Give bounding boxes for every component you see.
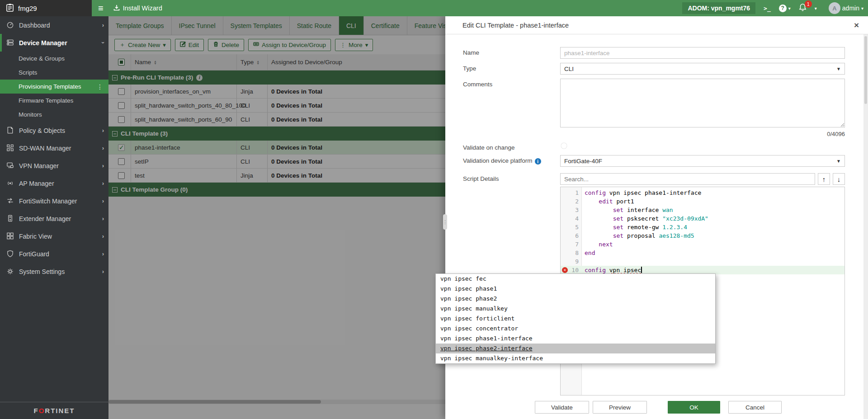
token — [585, 232, 613, 239]
autocomplete-item[interactable]: vpn ipsec phase2-interface — [436, 344, 715, 353]
ok-button[interactable]: OK — [668, 401, 720, 414]
sidebar-item-dashboard[interactable]: Dashboard› — [0, 16, 108, 34]
sidebar-item-vpn-manager[interactable]: VPN Manager› — [0, 157, 108, 174]
line-number: 5 — [561, 223, 581, 231]
scrollbar-thumb[interactable] — [864, 36, 867, 104]
sidebar-item-label: Extender Manager — [19, 215, 97, 222]
autocomplete-item[interactable]: vpn ipsec fec — [436, 274, 715, 284]
download-icon — [113, 5, 120, 12]
install-wizard-label: Install Wizard — [123, 5, 162, 12]
sidebar-item-ap-manager[interactable]: AP Manager› — [0, 174, 108, 192]
kw: config — [585, 267, 606, 273]
drawer-scrollbar[interactable] — [863, 34, 868, 419]
type-row: Type CLI▼ — [463, 63, 845, 75]
sidebar-item-fortiswitch-manager[interactable]: FortiSwitch Manager› — [0, 192, 108, 210]
chevron-down-icon: ▼ — [836, 159, 841, 164]
kw: next — [599, 241, 613, 248]
close-icon[interactable]: × — [854, 20, 859, 30]
clipboard-icon — [6, 4, 14, 13]
arrow-up-icon: ↑ — [822, 175, 826, 183]
line-number: 9 — [561, 257, 581, 266]
app-logo[interactable]: fmg29 — [0, 0, 92, 16]
kw: end — [585, 250, 595, 256]
sidebar-item-provisioning-templates[interactable]: Provisioning Templates⋮ — [0, 80, 108, 94]
line-number: 6 — [561, 231, 581, 240]
autocomplete-item[interactable]: vpn ipsec phase1 — [436, 284, 715, 294]
help-menu[interactable]: ? ▾ — [779, 5, 791, 12]
chevron-right-icon: › — [102, 180, 104, 187]
bell-icon: 1 — [799, 3, 807, 13]
sidebar-item-extender-manager[interactable]: Extender Manager› — [0, 210, 108, 227]
fabric-view-icon — [6, 232, 14, 240]
search-prev-button[interactable]: ↑ — [818, 173, 830, 185]
chevron-right-icon: › — [102, 268, 104, 275]
validate-button[interactable]: Validate — [535, 401, 589, 414]
modal-dim-overlay — [108, 16, 445, 419]
autocomplete-item[interactable]: vpn ipsec phase1-interface — [436, 334, 715, 344]
text-cursor — [641, 267, 642, 273]
code-text: edit port1 — [581, 197, 634, 206]
autocomplete-item[interactable]: vpn ipsec concentrator — [436, 324, 715, 334]
cli-autocomplete-popup: vpn ipsec fecvpn ipsec phase1vpn ipsec p… — [435, 273, 716, 364]
kebab-menu-icon[interactable]: ⋮ — [97, 83, 108, 90]
token — [585, 207, 613, 213]
code-text: config vpn ipsec phase1-interface — [581, 188, 701, 197]
comments-field[interactable] — [560, 79, 845, 127]
avatar: A — [829, 2, 840, 14]
sidebar-item-fabric-view[interactable]: Fabric View› — [0, 227, 108, 245]
chevron-right-icon: › — [102, 162, 104, 169]
code-text: set remote-gw 1.2.3.4 — [581, 223, 687, 231]
code-text: set psksecret "xc23d-09xdA" — [581, 214, 708, 223]
token — [585, 215, 613, 222]
autocomplete-item[interactable]: vpn ipsec manualkey-interface — [436, 353, 715, 363]
preview-button[interactable]: Preview — [593, 401, 647, 414]
autocomplete-item[interactable]: vpn ipsec forticlient — [436, 314, 715, 324]
sidebar-item-monitors[interactable]: Monitors — [0, 108, 108, 122]
kw: edit — [599, 198, 613, 205]
sidebar-subitem-label: Firmware Templates — [19, 97, 108, 104]
sidebar-item-label: SD-WAN Manager — [19, 145, 97, 152]
cli-console-icon[interactable]: >_ — [764, 5, 771, 12]
sidebar-item-fortiguard[interactable]: FortiGuard› — [0, 245, 108, 263]
hamburger-menu-icon[interactable]: ≡ — [98, 3, 104, 14]
sidebar-item-system-settings[interactable]: System Settings› — [0, 263, 108, 280]
sidebar-item-label: System Settings — [19, 268, 97, 275]
token: port1 — [613, 198, 634, 205]
editor-line: 3 set interface wan — [561, 206, 844, 214]
editor-line: 8end — [561, 249, 844, 257]
error-icon: ✕ — [562, 267, 568, 273]
code-text: set proposal aes128-md5 — [581, 231, 694, 240]
name-field[interactable] — [560, 47, 845, 59]
sidebar-item-scripts[interactable]: Scripts — [0, 66, 108, 80]
search-next-button[interactable]: ↓ — [833, 173, 845, 185]
type-select[interactable]: CLI▼ — [560, 63, 845, 75]
kw: set — [613, 215, 623, 222]
kw: set — [613, 207, 623, 213]
autocomplete-item[interactable]: vpn ipsec manualkey — [436, 304, 715, 314]
user-menu[interactable]: A admin ▾ — [829, 2, 863, 14]
token: remote-gw — [623, 224, 662, 231]
chevron-right-icon: › — [102, 22, 104, 28]
sidebar-item-firmware-templates[interactable]: Firmware Templates — [0, 94, 108, 108]
sidebar-item-device-groups[interactable]: Device & Groups — [0, 52, 108, 66]
drawer-resize-handle[interactable]: ⋮ — [443, 214, 447, 230]
help-icon: ? — [779, 5, 787, 12]
cancel-button[interactable]: Cancel — [728, 401, 782, 414]
error-token: vpn ipsec — [609, 267, 641, 273]
sidebar-item-policy-objects[interactable]: Policy & Objects› — [0, 122, 108, 139]
sidebar-item-device-manager[interactable]: Device Manager› — [0, 34, 108, 52]
script-search-input[interactable] — [560, 173, 815, 185]
platform-select[interactable]: FortiGate-40F▼ — [560, 155, 845, 167]
sidebar-item-sdwan-manager[interactable]: SD-WAN Manager› — [0, 139, 108, 157]
install-wizard-button[interactable]: Install Wizard — [113, 5, 162, 12]
script-search-bar: ↑ ↓ — [560, 173, 845, 185]
editor-line: 7 next — [561, 240, 844, 249]
name-label: Name — [463, 47, 560, 59]
code-text: next — [581, 240, 613, 249]
autocomplete-item[interactable]: vpn ipsec phase2 — [436, 294, 715, 304]
chevron-down-icon: ▾ — [815, 6, 817, 11]
notifications-menu[interactable]: 1 ▾ — [799, 3, 817, 13]
extender-manager-icon — [6, 215, 14, 222]
adom-selector[interactable]: ADOM: vpn_mgmt76 — [682, 2, 755, 14]
token: interface — [623, 207, 662, 213]
